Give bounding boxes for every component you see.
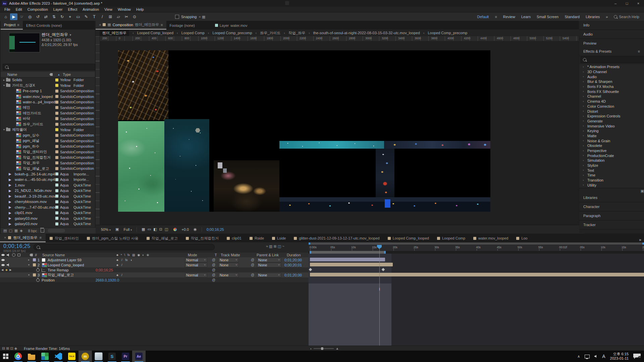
tab-footage[interactable]: Footage (none) <box>166 21 198 30</box>
snapping-options-icons[interactable]: + ▦ <box>199 15 206 19</box>
snapping-checkbox[interactable] <box>175 15 179 19</box>
tray-chevron-icon[interactable]: ∧ <box>577 354 580 359</box>
layer-row-looped-comp-looped[interactable]: ▾2Looped Comp_looped♣/Normal˅@None˅@None… <box>0 262 309 268</box>
panel-header-preview[interactable]: Preview <box>579 39 644 48</box>
label-color-swatch[interactable] <box>55 200 58 203</box>
effects-category-audio[interactable]: ›Audio <box>579 74 644 79</box>
volume-icon[interactable] <box>594 355 597 358</box>
lock-icon[interactable] <box>17 254 20 256</box>
parent-dropdown[interactable]: None˅ <box>257 273 281 277</box>
layer-bar-looped-comp-looped[interactable] <box>310 263 393 266</box>
project-row-water-s-45-50-utc-mp4[interactable]: ▶water-s...-45-50-utc.mp4AquaImporte... <box>1 177 95 183</box>
project-row-cherry-7-47-00-utc-mov[interactable]: ▶cherry-...7-47-00-utc.movAquaQuickTime <box>1 205 95 210</box>
taskbar-explorer-icon[interactable] <box>25 351 38 362</box>
parent-pickwhip-cell[interactable]: @ <box>251 262 254 267</box>
panel-menu-icon[interactable]: ≡ <box>40 236 42 240</box>
property-row-position[interactable]: Position2669.0,1920.0@ <box>0 277 309 283</box>
effects-category-cinema-4d[interactable]: ›Cinema 4D <box>579 99 644 104</box>
parent-pickwhip-cell[interactable]: @ <box>251 272 254 277</box>
keyframe-nav-icon[interactable]: ◆ <box>5 268 7 271</box>
workspace-overflow-icon[interactable]: » <box>606 15 608 19</box>
timeline-tab-작업-센터라인[interactable]: 작업_센터라인 <box>46 234 83 242</box>
matte-pickwhip-cell[interactable]: @ <box>212 262 215 267</box>
property-value-cell[interactable]: 2669.0,1920.0 <box>96 277 119 282</box>
parent-dropdown[interactable]: None˅ <box>257 258 281 262</box>
close-icon[interactable]: × <box>4 236 6 240</box>
label-color-swatch[interactable] <box>55 195 58 198</box>
mode-cell[interactable]: Normal˅ <box>184 257 207 262</box>
ime-indicator[interactable]: A <box>602 354 605 359</box>
timeline-tab-lside[interactable]: Lside <box>268 234 290 242</box>
eraser-tool[interactable]: ▱ <box>115 13 122 20</box>
layer-row-adjustment-layer-59[interactable]: ▸1Adjustment Layer 59♣/fx◐Normal˅@None˅@… <box>0 257 309 263</box>
workspace-menu-icon[interactable]: ≡ <box>495 15 497 19</box>
effects-category-text[interactable]: ›Text <box>579 168 644 173</box>
label-color-swatch[interactable] <box>55 139 58 142</box>
breadcrumb-item-looped-comp-precomp[interactable]: Looped Comp_precomp <box>428 31 467 35</box>
label-color-swatch[interactable] <box>55 106 58 109</box>
layer-color-swatch[interactable] <box>33 273 36 276</box>
work-area-bar[interactable] <box>309 251 644 254</box>
project-row-pgm-하수[interactable]: pgm_하수Sandsto...Composition <box>1 144 95 149</box>
mode-cell[interactable]: Normal˅ <box>184 262 207 267</box>
property-pickwhip-cell[interactable]: @ <box>212 267 215 272</box>
horizontal-ruler[interactable]: 2000200400600800100012001400160018002000… <box>100 36 579 41</box>
source-name-column[interactable]: Source Name <box>42 253 65 257</box>
timeline-tab-loo[interactable]: Loo <box>512 234 531 242</box>
workspace-review[interactable]: Review <box>503 15 515 19</box>
project-row-galaxy03-mov[interactable]: ▶galaxy03.movAquaQuickTime <box>1 221 95 227</box>
effects-category-time[interactable]: ›Time <box>579 173 644 178</box>
minimize-button[interactable]: – <box>610 0 621 7</box>
taskbar-tiles-app-icon[interactable] <box>38 351 52 362</box>
name-cell[interactable]: 작업_패널_로고 <box>48 272 74 277</box>
effects-category-3d-channel[interactable]: ›3D Channel <box>579 69 644 74</box>
project-row-가이드-신경x[interactable]: ▾가이드_신경XYellowFolder <box>1 83 95 89</box>
zoom-tool[interactable]: ◎ <box>26 13 34 20</box>
timeline-tab-looped-comp-looped[interactable]: Looped Comp_looped <box>384 234 433 242</box>
effects-category-expression-controls[interactable]: ›Expression Controls <box>579 114 644 119</box>
project-row-cherryblossom-mov[interactable]: ▶cherryblossom.movAquaQuickTime <box>1 199 95 205</box>
timeline-tab-작업-전체합친거[interactable]: 작업_전체합친거 <box>182 234 223 242</box>
project-row-pre-comp-1[interactable]: Pre-comp 1Sandsto...Composition <box>1 88 95 94</box>
pickwhip-icon[interactable]: @ <box>212 263 215 267</box>
label-color-swatch[interactable] <box>55 90 58 93</box>
timeline-tab-clip01[interactable]: clip01 <box>223 234 246 242</box>
matte-cell[interactable]: None˅ <box>218 262 239 267</box>
project-row-clip01-mov[interactable]: ▶clip01.movAquaQuickTime <box>1 210 95 216</box>
menu-effect[interactable]: Effect <box>65 7 79 11</box>
work-area-start-handle[interactable] <box>310 251 311 254</box>
project-row-water-mov-looped[interactable]: water.mov_loopedSandsto...Composition <box>1 94 95 100</box>
scrollbar-handle[interactable] <box>309 243 310 245</box>
panel-header-audio[interactable]: Audio <box>579 30 644 39</box>
label-color-swatch[interactable] <box>55 161 58 164</box>
label-color-swatch[interactable] <box>55 156 58 159</box>
timeline-tab-작업-패널-로고[interactable]: 작업_패널_로고 <box>143 234 182 242</box>
trash-icon[interactable] <box>41 229 44 232</box>
project-row-beautif-3-19-28-utc-mov[interactable]: ▶beautif...3-19-28-utc.movAquaQuickTime <box>1 194 95 199</box>
track-matte-dropdown[interactable]: None˅ <box>218 273 239 277</box>
timeline-tab-rside[interactable]: Rside <box>246 234 268 242</box>
twirl-cell[interactable]: ▸ <box>27 257 31 262</box>
bit-depth-label[interactable]: 8 bpc <box>28 229 37 233</box>
breadcrumb-item-렌더-메인좌우[interactable]: 렌더_메인좌우 <box>100 30 129 36</box>
effects-category-noise-grain[interactable]: ›Noise & Grain <box>579 138 644 143</box>
scrollbar-handle[interactable] <box>642 243 644 245</box>
timeline-zoom-slider[interactable]: ▴ ▲ <box>310 347 339 350</box>
effects-category-channel[interactable]: ›Channel <box>579 94 644 99</box>
workspace-libraries[interactable]: Libraries <box>586 15 600 19</box>
viewer-current-time[interactable]: 0;00;16;25 <box>207 227 224 231</box>
pan-camera-tool[interactable]: ⇄ <box>42 13 50 20</box>
track-matte-dropdown[interactable]: None˅ <box>218 263 239 267</box>
timeline-tab-glitter-dust-2021-12-09-13-12-17-utc-mov-looped[interactable]: glitter-dust-2021-12-09-13-12-17-utc.mov… <box>290 234 383 242</box>
timeline-tab-looped-comp[interactable]: Looped Comp <box>433 234 469 242</box>
effects-category-boris-fx-mocha[interactable]: ›Boris FX Mocha <box>579 84 644 89</box>
work-area-end-handle[interactable] <box>384 251 386 254</box>
switch-icon[interactable]: ⊕ <box>147 253 149 257</box>
property-pickwhip-cell[interactable]: @ <box>212 277 215 282</box>
menu-window[interactable]: Window <box>115 7 133 11</box>
tab-effect-controls[interactable]: Effect Controls (none) <box>23 21 65 30</box>
effects-category-stylize[interactable]: ›Stylize <box>579 163 644 168</box>
magnification-dropdown[interactable]: 50% ▾ <box>101 227 111 231</box>
project-row-좌우-가이드[interactable]: 좌우_가이드Sandsto...Composition <box>1 121 95 127</box>
work-area-segment[interactable] <box>310 251 386 254</box>
